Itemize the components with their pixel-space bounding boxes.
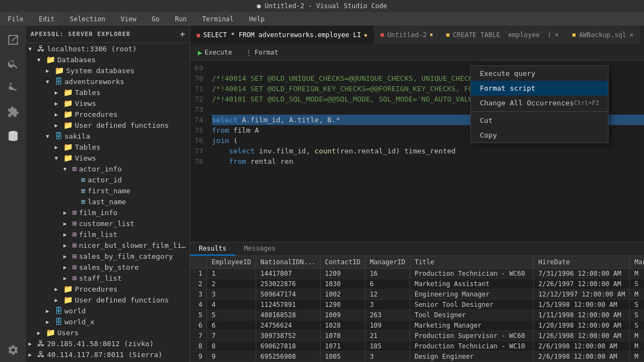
format-button[interactable]: ⋮ Format: [242, 48, 281, 58]
chevron-right-icon: ▶: [63, 221, 72, 227]
server-icon: 🖧: [37, 350, 45, 359]
menu-file[interactable]: File: [4, 14, 27, 24]
col-rownum: [190, 256, 207, 269]
tree-item-aw-udfs[interactable]: ▶ 📁 User defined functions: [26, 120, 190, 130]
context-copy[interactable]: Copy: [471, 128, 608, 143]
menu-bar: File Edit Selection View Go Run Terminal…: [0, 12, 644, 26]
menu-selection[interactable]: Selection: [67, 14, 109, 24]
settings-icon[interactable]: [3, 340, 23, 360]
menu-go[interactable]: Go: [149, 14, 163, 24]
tree-item-users[interactable]: ▶ 📁 Users: [26, 327, 190, 338]
tree-item-aw-views[interactable]: ▶ 📁 Views: [26, 98, 190, 109]
context-execute-query[interactable]: Execute query: [471, 66, 608, 81]
chevron-right-icon: ▶: [55, 286, 63, 292]
tree-item-aw-tables[interactable]: ▶ 📁 Tables: [26, 87, 190, 98]
menu-run[interactable]: Run: [172, 14, 190, 24]
tree-item-server1[interactable]: ▶ 🖧 20.185.41.58:8012 (zivko): [26, 338, 190, 349]
tree-item-actor-info[interactable]: ▼ ⊞ actor_info: [26, 163, 190, 174]
context-format-script[interactable]: Format script: [471, 81, 608, 96]
view-icon: ⊞: [72, 274, 76, 282]
database-icon[interactable]: [3, 126, 23, 146]
tab-awbackup[interactable]: ■ AWBackup.sql ×: [566, 26, 641, 44]
tree-item-first-name[interactable]: ≡ first_name: [26, 185, 190, 196]
table-row: 33509647174100212Engineering Manager12/1…: [190, 289, 644, 300]
tab-label: CREATE TABLE `employee` (: [453, 31, 552, 39]
tab-label: SELECT * FROM adventureworks.employee LI: [203, 31, 361, 39]
menu-view[interactable]: View: [117, 14, 140, 24]
source-control-icon[interactable]: [3, 78, 23, 98]
tree-item-customer-list[interactable]: ▶ ⊞ customer_list: [26, 218, 190, 229]
explorer-icon[interactable]: [3, 30, 23, 50]
folder-icon: 📁: [63, 153, 73, 162]
tree-item-server2[interactable]: ▶ 🖧 40.114.117.87:8011 (Sierra): [26, 349, 190, 360]
tab-close: ×: [630, 31, 634, 39]
title-text: ● Untitled-2 - Visual Studio Code: [257, 2, 387, 10]
tree-item-nicer-film-list[interactable]: ▶ ⊞ nicer_but_slower_film_list: [26, 240, 190, 251]
context-divider: [471, 111, 608, 112]
tree-item-sales-by-store[interactable]: ▶ ⊞ sales_by_store: [26, 262, 190, 272]
tree-item-last-name[interactable]: ≡ last_name: [26, 196, 190, 207]
col-title: Title: [410, 256, 534, 269]
col-employeeid: EmployeeID: [207, 256, 256, 269]
editor-toolbar: ▶ Execute ⋮ Format: [190, 45, 644, 61]
tree-item-databases[interactable]: ▼ 📁 Databases: [26, 54, 190, 65]
table-row: 9969525690810053Design Engineer2/6/1998 …: [190, 352, 644, 362]
tree-item-world-x[interactable]: ▶ 🗄 world_x: [26, 316, 190, 327]
chevron-right-icon: ▶: [28, 352, 37, 358]
tree-item-sakila-udfs[interactable]: ▶ 📁 User defined functions: [26, 294, 190, 305]
tree-item-film-info[interactable]: ▶ ⊞ film_info: [26, 207, 190, 218]
folder-icon: 📁: [63, 121, 73, 129]
results-table: EmployeeID NationalIDN... ContactID Mana…: [190, 256, 644, 362]
results-table-wrap[interactable]: EmployeeID NationalIDN... ContactID Mana…: [190, 256, 644, 362]
tree-item-system-dbs[interactable]: ▶ 📁 System databases: [26, 65, 190, 76]
chevron-right-icon: ▶: [37, 330, 46, 336]
tree-item-localhost[interactable]: ▼ 🖧 localhost:3306 (root): [26, 43, 190, 54]
tree-item-sales-by-film[interactable]: ▶ ⊞ sales_by_film_category: [26, 251, 190, 262]
tree-item-staff-list[interactable]: ▶ ⊞ staff_list: [26, 272, 190, 283]
col-contactid: ContactID: [320, 256, 365, 269]
tree-item-server3[interactable]: ▶ 🖧 40.114.117.87:8011 (zivko_passphrase…: [26, 360, 190, 362]
execute-button[interactable]: ▶ Execute: [194, 47, 235, 58]
chevron-down-icon: ▼: [46, 133, 55, 139]
tree-item-sakila-procedures[interactable]: ▶ 📁 Procedures: [26, 283, 190, 294]
menu-help[interactable]: Help: [246, 14, 268, 24]
folder-icon: 📁: [63, 295, 73, 304]
tree-item-world[interactable]: ▶ 🗄 world: [26, 305, 190, 316]
tree-item-aw-procedures[interactable]: ▶ 📁 Procedures: [26, 109, 190, 120]
col-nationalid: NationalIDN...: [256, 256, 320, 269]
tab-color-dot: ■: [572, 32, 576, 38]
folder-icon: 📁: [63, 143, 73, 151]
context-change-occurrences[interactable]: Change All Occurrences Ctrl+F2: [471, 96, 608, 110]
server-icon: 🖧: [37, 339, 45, 348]
tree-item-sakila-tables[interactable]: ▶ 📁 Tables: [26, 141, 190, 152]
menu-terminal[interactable]: Terminal: [199, 14, 237, 24]
server-icon: 🖧: [37, 44, 45, 53]
search-icon[interactable]: [3, 54, 23, 74]
tree-item-actor-id[interactable]: ≡ actor_id: [26, 174, 190, 185]
tab-untitled2[interactable]: ■ Untitled-2 ●: [374, 26, 440, 44]
chevron-right-icon: ▶: [55, 144, 63, 150]
col-maritalstatus: MaritalStatus: [630, 256, 644, 269]
add-connection-button[interactable]: +: [180, 29, 185, 39]
folder-icon: 📁: [63, 99, 73, 108]
menu-edit[interactable]: Edit: [36, 14, 58, 24]
tree-item-sakila[interactable]: ▼ 🗄 sakila: [26, 130, 190, 141]
tab-color-dot: ■: [197, 32, 200, 38]
tab-bar: ■ SELECT * FROM adventureworks.employee …: [190, 26, 644, 45]
table-row: 2225302287610306Marketing Assistant2/26/…: [190, 279, 644, 289]
results-tab-messages[interactable]: Messages: [235, 242, 285, 256]
view-icon: ⊞: [72, 230, 76, 239]
chevron-down-icon: ▼: [55, 155, 63, 161]
chevron-down-icon: ▼: [46, 79, 55, 85]
extensions-icon[interactable]: [3, 102, 23, 122]
tree-item-film-list[interactable]: ▶ ⊞ film_list: [26, 229, 190, 240]
context-cut[interactable]: Cut: [471, 113, 608, 128]
tree-item-sakila-views[interactable]: ▼ 📁 Views: [26, 152, 190, 163]
chevron-right-icon: ▶: [63, 264, 72, 270]
tab-select-query[interactable]: ■ SELECT * FROM adventureworks.employee …: [190, 26, 374, 44]
code-line-78: 78 from rental ren: [190, 156, 644, 167]
tab-create-table[interactable]: ■ CREATE TABLE `employee` ( ×: [440, 26, 566, 44]
results-tab-results[interactable]: Results: [190, 242, 235, 256]
database-icon: 🗄: [55, 132, 62, 140]
tree-item-adventureworks[interactable]: ▼ 🗄 adventureworks: [26, 76, 190, 87]
